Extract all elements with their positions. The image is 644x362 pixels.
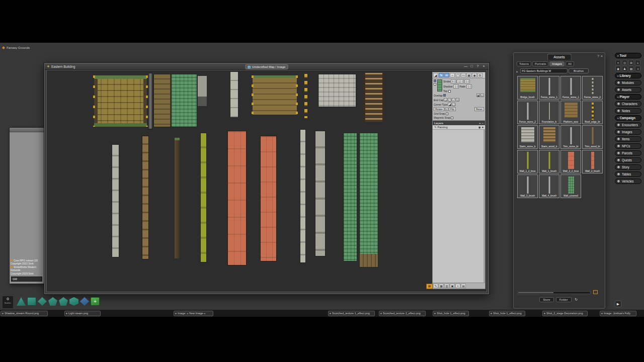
end-cap-round-icon[interactable]: ◯ [448,98,451,102]
texture-strip-gray-shingles[interactable] [318,74,356,107]
tool-contrast-icon[interactable]: ◑ [635,66,640,71]
taskbar-item[interactable]: Light steam.png [64,311,101,316]
sidebar-item-quests[interactable]: Quests [615,157,641,163]
pencil-tool-icon[interactable]: ✎ [439,73,444,77]
tab-portraits[interactable]: Portraits [532,61,548,66]
asset-item[interactable]: Stairs_stone_b [517,125,538,149]
eye-tool-icon[interactable]: ◉ [472,73,477,77]
overlap-checkbox[interactable] [443,94,446,97]
sidebar-item-story[interactable]: Story [615,164,641,170]
help-button[interactable]: ? [475,64,480,69]
sidebar-item-images[interactable]: Images [615,129,641,135]
asset-item[interactable]: Wall_covered [560,174,581,198]
brush-tool-icon[interactable]: ✏ [444,73,449,77]
sidebar-header-player[interactable]: ▾ Player [615,94,641,100]
store-button[interactable]: Store [539,297,553,302]
overlap-off-icon[interactable]: ∅ [480,94,484,97]
folder-path-button[interactable]: FG Eastern Buildings M [520,68,568,73]
asset-item[interactable]: Fence_stone_1 [539,76,559,100]
chat-log[interactable]: Core RPG ruleset (20 Copyright 2022 Smit… [11,259,43,276]
sidebar-item-npcs[interactable]: NPCs [615,143,641,149]
taskbar-item[interactable]: Shot_hole 1_effect.png [489,311,525,316]
select-tool-icon[interactable]: ◢ [433,73,438,77]
grid-action-icon[interactable]: ▦ [439,284,444,288]
die-d6-button[interactable] [27,297,36,306]
stroke-checkbox[interactable] [434,79,436,82]
assets-resize-handle[interactable] [593,290,598,294]
texture-strip-stone-column[interactable] [230,71,238,118]
end-cap-check-icon[interactable]: ✓ [452,98,455,102]
tool-window-icon[interactable]: ⊞ [628,60,634,65]
grid-snap-checkbox[interactable] [446,113,448,115]
rotate-button[interactable]: Rotate [434,107,444,111]
die-d10-button[interactable] [48,297,57,306]
list-action-icon[interactable]: ▤ [461,284,466,288]
sidebar-item-notes[interactable]: Notes [615,108,641,114]
asset-item[interactable]: Trim_stone_br [560,125,581,149]
assets-scrollbar-thumb[interactable] [518,292,553,293]
map-image-tab[interactable]: Unidentified Map / Image [246,64,288,69]
sidebar-header-library[interactable]: ▾ Library [615,73,641,78]
asset-item[interactable]: Wall_2_2_brus [560,150,581,173]
texture-strip-rope[interactable] [304,74,307,118]
asset-item[interactable]: Trim_wood_br [582,125,603,149]
corner-round-icon[interactable]: ◯ [452,103,455,106]
asset-item[interactable]: Fence_stone_2 [517,101,538,124]
close-button[interactable]: × [481,64,487,69]
shadow-field[interactable]: 0.0 [453,84,459,88]
modifier-box[interactable]: 0 Modifier [2,296,14,309]
corner-sharp-icon[interactable]: ◢ [448,103,451,106]
texture-strip-olive-wall[interactable] [200,133,207,262]
asset-item[interactable]: Platform_woo [560,101,581,124]
collapse-icon[interactable]: ▴ [516,69,519,73]
texture-strip-green-roof-wood[interactable] [153,74,197,127]
asset-item[interactable]: Wall_2_brush [582,150,603,173]
reset-button[interactable]: Reset [474,107,484,111]
chat-window-header[interactable] [10,128,44,132]
texture-strip-stone-trim-2[interactable] [300,129,306,263]
asset-item[interactable]: Stairs_wood_b [539,125,559,149]
layers-list[interactable] [433,130,485,283]
texture-strip-dark-wood[interactable] [175,138,180,258]
asset-item[interactable]: Wall_1_2_brus [517,150,538,173]
die-d100-button[interactable] [80,297,89,306]
map-window-titlebar[interactable]: Eastern Building Unidentified Map / Imag… [45,63,489,70]
texture-strip-stone-trim-3[interactable] [315,131,326,256]
asset-item[interactable]: Fence_stone_2 [582,76,603,100]
add-layer-icon[interactable]: + [479,122,481,125]
sidebar-item-characters[interactable]: Characters [615,101,641,107]
rotate-icon[interactable]: ↻ [445,108,448,111]
tab-images[interactable]: Images [549,61,565,66]
flip-button[interactable]: Flip [449,107,456,111]
texture-strip-ladder[interactable] [363,73,384,122]
map-canvas[interactable]: ◢ ✎ ✏ ~ ◯ ▭ ▦ ◉ ⚙ [46,70,487,292]
magnetic-snap-checkbox[interactable] [451,117,453,119]
stroke-taper-field[interactable]: 0.0 [464,79,470,83]
rect-tool-icon[interactable]: ▭ [461,73,466,77]
remove-layer-icon[interactable]: − [481,122,484,125]
asset-item[interactable]: Wall_1_brush [539,150,559,173]
end-cap-flat-icon[interactable]: ▭ [444,98,447,102]
taskbar-item[interactable]: Shot_2_siege Decoration.png [542,311,588,316]
mask-action-icon[interactable]: ▧ [444,284,449,288]
die-d12-button[interactable] [59,297,68,306]
asset-item[interactable]: Foundation_b [539,101,559,124]
tab-tokens[interactable]: Tokens [517,61,531,66]
taskbar-item[interactable]: Scorched_texture 2_effect.png [379,311,426,316]
texture-strip-red-wall-wide[interactable] [227,131,247,265]
brushes-button[interactable]: Brushes [569,68,589,73]
palette-toggle-button[interactable]: ▦ [426,284,433,289]
draw-action-icon[interactable]: ✎ [433,284,438,288]
grid-tool-icon[interactable]: ▦ [466,73,471,77]
asset-item[interactable]: Fence_stone_1 [560,76,581,100]
taskbar-item[interactable]: Shot_hole 1_effect.png [433,311,469,316]
active-brush-preview[interactable] [437,79,442,92]
chat-speaker-field[interactable]: GM [11,277,42,282]
curve-tool-icon[interactable]: ~ [450,73,455,77]
layer-visibility-icon[interactable]: ◉ [478,126,481,129]
folder-button[interactable]: Folder [556,297,572,302]
tool-target-icon[interactable]: ◎ [622,60,627,65]
overlap-mode-icon[interactable]: ▦ [476,94,480,97]
settings-tool-icon[interactable]: ⚙ [477,73,482,77]
sidebar-item-modules[interactable]: Modules [615,80,641,85]
